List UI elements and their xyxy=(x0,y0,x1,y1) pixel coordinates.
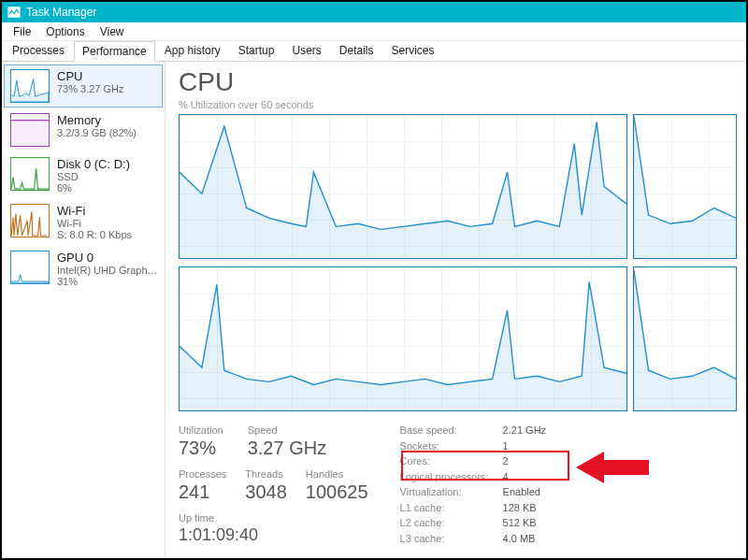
stat-utilization: 73% xyxy=(179,438,223,459)
svg-marker-5 xyxy=(180,281,626,410)
task-manager-icon xyxy=(7,6,21,19)
sidebar-item-memory[interactable]: Memory 3.2/3.9 GB (82%) xyxy=(4,108,163,151)
kv-l3-v: 4.0 MB xyxy=(503,533,559,546)
sidebar-wifi-name: Wi-Fi xyxy=(57,204,132,218)
svg-marker-7 xyxy=(576,452,649,483)
tab-services[interactable]: Services xyxy=(383,40,443,61)
sidebar-disk-sparkline xyxy=(10,157,50,191)
svg-marker-4 xyxy=(634,117,736,258)
sidebar-disk-sub: SSD xyxy=(57,171,130,182)
sidebar-memory-meter: 3.2/3.9 GB (82%) xyxy=(57,127,137,138)
kv-l1-v: 128 KB xyxy=(503,502,559,515)
stat-uptime: 1:01:09:40 xyxy=(179,525,368,545)
kv-l2-v: 512 KB xyxy=(503,517,559,530)
stat-processes-label: Processes xyxy=(179,468,226,480)
tab-processes[interactable]: Processes xyxy=(4,40,73,61)
window-titlebar: Task Manager xyxy=(2,2,746,22)
annotation-highlight-box xyxy=(401,451,569,481)
svg-marker-6 xyxy=(634,270,736,410)
menu-file[interactable]: File xyxy=(6,23,38,40)
cpu-chart-top-left[interactable] xyxy=(179,114,627,259)
stat-handles-label: Handles xyxy=(306,468,368,480)
sidebar-gpu-meter: 31% xyxy=(57,276,160,287)
kv-l1-k: L1 cache: xyxy=(400,502,503,515)
stats-area: Utilization 73% Speed 3.27 GHz Processes… xyxy=(179,424,737,545)
sidebar-cpu-sparkline xyxy=(10,69,50,103)
window-title: Task Manager xyxy=(26,6,741,19)
main-pane: CPU % Utilization over 60 seconds xyxy=(165,62,746,558)
content-area: CPU 73% 3.27 GHz Memory 3.2/3.9 GB (82%)… xyxy=(2,62,746,558)
menubar: File Options View xyxy=(2,22,746,41)
stat-handles: 100625 xyxy=(306,481,368,503)
stat-processes: 241 xyxy=(179,481,226,503)
stat-uptime-label: Up time xyxy=(179,512,368,524)
chart-row-bottom xyxy=(179,266,737,411)
tab-details[interactable]: Details xyxy=(331,40,382,61)
stat-keyvalue-grid: Base speed: 2.21 GHz Sockets: 1 Cores: 2… xyxy=(400,424,559,545)
tab-apphistory[interactable]: App history xyxy=(156,40,229,61)
stat-threads: 3048 xyxy=(245,481,287,503)
svg-rect-1 xyxy=(11,121,49,146)
cpu-chart-bottom-left[interactable] xyxy=(179,266,627,411)
sidebar-item-cpu[interactable]: CPU 73% 3.27 GHz xyxy=(4,65,163,108)
sidebar-wifi-meter: S: 8.0 R: 0 Kbps xyxy=(57,229,132,240)
sidebar-cpu-name: CPU xyxy=(57,69,124,83)
sidebar: CPU 73% 3.27 GHz Memory 3.2/3.9 GB (82%)… xyxy=(2,62,165,558)
sidebar-cpu-meter: 73% 3.27 GHz xyxy=(57,83,124,94)
cpu-chart-bottom-right[interactable] xyxy=(633,266,737,411)
sidebar-gpu-sparkline xyxy=(10,251,50,284)
kv-base-speed-v: 2.21 GHz xyxy=(503,424,559,438)
sidebar-disk-name: Disk 0 (C: D:) xyxy=(57,157,130,171)
annotation-arrow-icon xyxy=(576,449,651,486)
sidebar-wifi-sparkline xyxy=(10,204,50,237)
tab-users[interactable]: Users xyxy=(283,40,329,61)
kv-l3-k: L3 cache: xyxy=(400,533,503,546)
tab-performance[interactable]: Performance xyxy=(74,41,155,62)
sidebar-memory-sparkline xyxy=(10,113,50,147)
menu-options[interactable]: Options xyxy=(38,23,92,40)
stat-utilization-label: Utilization xyxy=(179,424,223,436)
sidebar-item-wifi[interactable]: Wi-Fi Wi-Fi S: 8.0 R: 0 Kbps xyxy=(4,199,163,245)
page-title: CPU xyxy=(179,67,737,97)
sidebar-item-gpu[interactable]: GPU 0 Intel(R) UHD Graphic... 31% xyxy=(4,246,163,292)
stat-speed: 3.27 GHz xyxy=(248,438,326,459)
kv-l2-k: L2 cache: xyxy=(400,517,503,530)
cpu-chart-top-right[interactable] xyxy=(633,114,737,259)
kv-virt-k: Virtualization: xyxy=(400,486,503,499)
sidebar-gpu-sub: Intel(R) UHD Graphic... xyxy=(57,265,160,276)
sidebar-disk-meter: 6% xyxy=(57,182,130,194)
tabstrip: Processes Performance App history Startu… xyxy=(2,41,746,62)
sidebar-wifi-sub: Wi-Fi xyxy=(57,218,132,229)
svg-marker-3 xyxy=(180,122,626,258)
menu-view[interactable]: View xyxy=(93,23,132,40)
sidebar-gpu-name: GPU 0 xyxy=(57,251,160,265)
chart-sublabel: % Utilization over 60 seconds xyxy=(179,99,737,110)
kv-base-speed-k: Base speed: xyxy=(400,424,503,438)
chart-row-top xyxy=(179,114,737,259)
sidebar-memory-name: Memory xyxy=(57,113,137,127)
stat-speed-label: Speed xyxy=(248,424,326,436)
kv-virt-v: Enabled xyxy=(503,486,559,499)
sidebar-item-disk[interactable]: Disk 0 (C: D:) SSD 6% xyxy=(4,152,163,198)
tab-startup[interactable]: Startup xyxy=(230,40,283,61)
stat-threads-label: Threads xyxy=(245,468,287,480)
